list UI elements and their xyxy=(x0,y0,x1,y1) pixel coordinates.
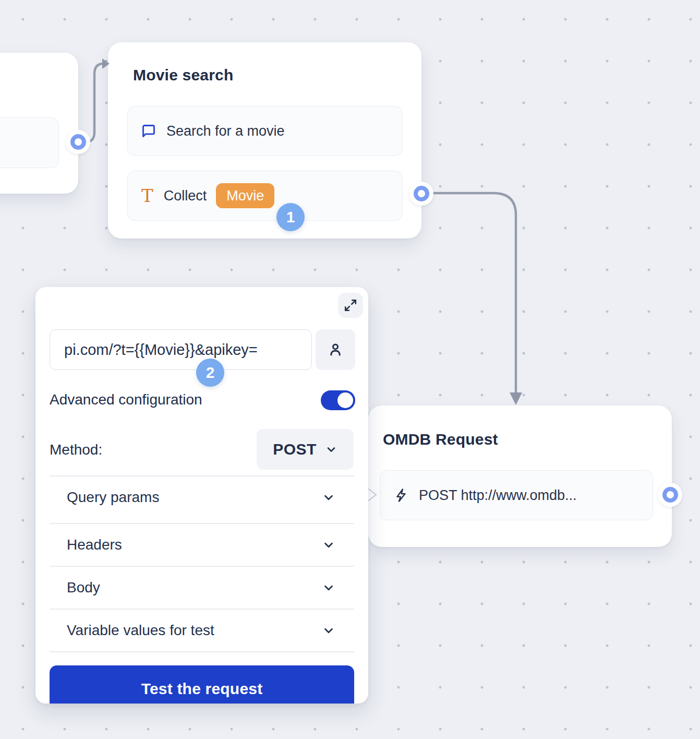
movie-search-node[interactable]: Movie search Search for a movie T Collec… xyxy=(108,42,421,239)
port-dot xyxy=(414,186,429,201)
collect-block[interactable]: T Collect Movie xyxy=(127,171,403,221)
partial-left-block[interactable] xyxy=(0,117,59,168)
port-movie-search-output[interactable] xyxy=(409,182,433,206)
url-input[interactable] xyxy=(50,329,312,370)
say-block[interactable]: Search for a movie xyxy=(127,106,403,156)
chevron-down-icon xyxy=(322,581,335,594)
chevron-down-icon xyxy=(322,624,335,637)
toggle-knob xyxy=(337,392,353,408)
expand-button[interactable] xyxy=(338,293,363,318)
user-icon xyxy=(328,342,343,357)
method-value: POST xyxy=(273,440,317,458)
port-dot xyxy=(70,134,86,150)
method-label: Method: xyxy=(50,442,102,458)
chevron-down-icon xyxy=(325,443,337,456)
say-block-label: Search for a movie xyxy=(166,123,285,139)
advanced-configuration-label: Advanced configuration xyxy=(50,391,202,408)
lightning-icon xyxy=(394,488,408,503)
chat-bubble-icon xyxy=(141,124,156,138)
expand-icon xyxy=(344,299,357,312)
omdb-request-node[interactable]: OMDB Request POST http://www.omdb... xyxy=(368,406,672,547)
port-dot xyxy=(662,487,678,503)
chevron-down-icon xyxy=(322,538,335,552)
test-request-button[interactable]: Test the request xyxy=(50,665,354,704)
user-variable-button[interactable] xyxy=(316,329,355,370)
partial-left-node[interactable] xyxy=(0,53,78,194)
omdb-request-title: OMDB Request xyxy=(383,431,498,448)
section-label: Query params xyxy=(67,489,159,506)
omdb-request-block[interactable]: POST http://www.omdb... xyxy=(380,470,653,520)
step-badge-1: 1 xyxy=(276,203,305,231)
collect-block-label: Collect xyxy=(164,188,207,204)
step-badge-2: 2 xyxy=(196,359,224,387)
text-icon: T xyxy=(141,187,153,205)
port-omdb-output[interactable] xyxy=(658,483,682,507)
variable-tag-movie[interactable]: Movie xyxy=(216,183,274,208)
omdb-request-label: POST http://www.omdb... xyxy=(419,487,577,504)
section-label: Variable values for test xyxy=(67,622,214,639)
chevron-down-icon xyxy=(322,491,335,504)
advanced-configuration-toggle[interactable] xyxy=(321,390,355,410)
movie-search-title: Movie search xyxy=(133,66,234,84)
connector-line-1 xyxy=(85,64,104,142)
section-label: Body xyxy=(67,579,100,596)
section-variable-values[interactable]: Variable values for test xyxy=(50,609,354,652)
section-label: Headers xyxy=(67,537,122,553)
connector-arrow-2 xyxy=(510,392,522,405)
webhook-config-panel[interactable]: Advanced configuration Method: POST Quer… xyxy=(35,287,368,704)
connector-line-2 xyxy=(430,193,516,393)
section-body[interactable]: Body xyxy=(50,566,354,609)
section-headers[interactable]: Headers xyxy=(50,523,354,566)
flow-canvas[interactable]: Movie search Search for a movie T Collec… xyxy=(0,0,700,739)
divider xyxy=(50,651,354,652)
port-left-node-output[interactable] xyxy=(66,130,90,154)
method-dropdown[interactable]: POST xyxy=(257,429,354,470)
section-query-params[interactable]: Query params xyxy=(50,476,354,519)
